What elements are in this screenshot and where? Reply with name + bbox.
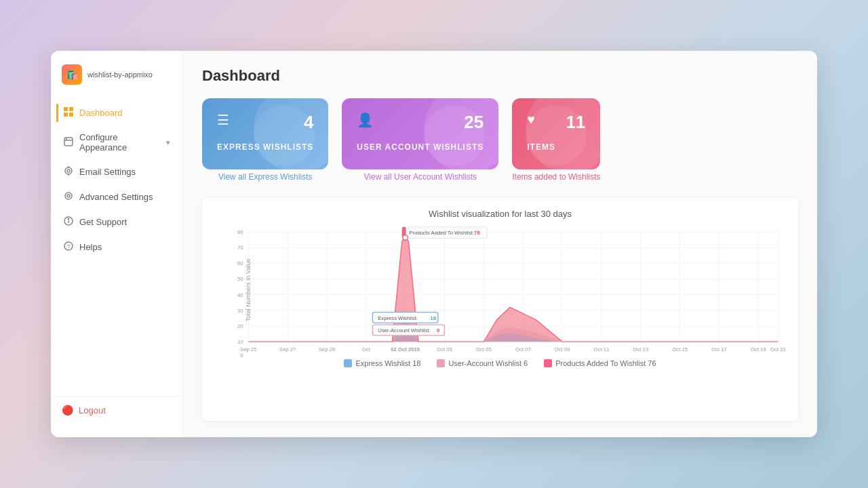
svg-rect-1 xyxy=(69,107,73,111)
svg-text:30: 30 xyxy=(237,308,243,314)
logout-label: Logout xyxy=(79,405,106,415)
chart-legend: Express Wishlist 18 User-Account Wishlis… xyxy=(216,359,785,367)
card-link-express[interactable]: View all Express Wishlists xyxy=(202,172,328,182)
help-icon: ? xyxy=(63,241,74,253)
svg-text:02 Oct 2019: 02 Oct 2019 xyxy=(391,346,420,352)
svg-text:6: 6 xyxy=(437,327,440,333)
sidebar-footer: 🔴 Logout xyxy=(51,396,182,424)
support-icon xyxy=(63,216,74,228)
legend-express: Express Wishlist 18 xyxy=(344,359,420,367)
stat-card-items[interactable]: ♥ 11 ITEMS Items added to Wishlists xyxy=(512,98,600,182)
legend-products: Products Added To Wishlist 76 xyxy=(544,359,656,367)
app-name: wishlist-by-appmixo xyxy=(87,70,153,79)
svg-text:10: 10 xyxy=(237,339,243,345)
sidebar-item-advanced-label: Advanced Settings xyxy=(79,192,153,202)
svg-text:Oct 07: Oct 07 xyxy=(515,346,531,352)
sidebar-item-email-settings[interactable]: Email Settings xyxy=(56,160,177,184)
svg-text:40: 40 xyxy=(237,292,243,298)
svg-rect-0 xyxy=(64,107,68,111)
svg-text:Oct: Oct xyxy=(362,346,371,352)
card-link-user[interactable]: View all User Account Wishlists xyxy=(342,172,498,182)
card-label-items: ITEMS xyxy=(527,142,585,152)
app-logo-icon: 🛍️ xyxy=(62,64,82,85)
svg-text:Sep 25: Sep 25 xyxy=(240,346,256,352)
sidebar-item-configure-appearance[interactable]: Configure Appearance ▾ xyxy=(56,126,177,159)
svg-point-8 xyxy=(67,169,70,172)
svg-text:Oct 11: Oct 11 xyxy=(594,346,610,352)
legend-label-products: Products Added To Wishlist 76 xyxy=(555,359,656,367)
email-settings-icon xyxy=(63,166,74,178)
stat-card-blue: ☰ 4 EXPRESS WISHLISTS xyxy=(202,98,328,169)
sidebar-item-helps-label: Helps xyxy=(79,242,102,252)
svg-point-75 xyxy=(403,235,408,240)
card-icon-items: ♥ xyxy=(527,112,535,127)
sidebar-item-get-support[interactable]: Get Support xyxy=(56,210,177,234)
legend-label-express: Express Wishlist 18 xyxy=(355,359,420,367)
svg-text:Sep 29: Sep 29 xyxy=(319,346,335,352)
stat-card-express[interactable]: ☰ 4 EXPRESS WISHLISTS View all Express W… xyxy=(202,98,328,182)
svg-text:70: 70 xyxy=(237,245,243,251)
chart-title: Wishlist visualization for last 30 days xyxy=(216,209,785,219)
svg-text:Express Wishlist:: Express Wishlist: xyxy=(378,315,418,321)
sidebar: 🛍️ wishlist-by-appmixo Dashboard Configu… xyxy=(51,51,183,437)
legend-dot-user xyxy=(437,359,445,367)
sidebar-item-support-label: Get Support xyxy=(79,217,127,227)
svg-text:Products Added To Wishlist:: Products Added To Wishlist: xyxy=(409,230,473,236)
sidebar-item-configure-label: Configure Appearance xyxy=(79,132,161,152)
svg-text:?: ? xyxy=(67,243,71,250)
configure-icon xyxy=(63,137,74,148)
dashboard-icon xyxy=(63,107,74,119)
card-count-items: 11 xyxy=(566,112,585,133)
svg-text:Oct 17: Oct 17 xyxy=(711,346,727,352)
legend-dot-express xyxy=(344,359,352,367)
svg-rect-3 xyxy=(69,113,73,117)
svg-text:Oct 13: Oct 13 xyxy=(633,346,648,352)
legend-user-account: User-Account Wishlist 6 xyxy=(437,359,528,367)
logout-icon: 🔴 xyxy=(62,405,73,415)
svg-text:80: 80 xyxy=(237,229,243,235)
stat-cards-container: ☰ 4 EXPRESS WISHLISTS View all Express W… xyxy=(202,98,798,182)
sidebar-item-advanced-settings[interactable]: Advanced Settings xyxy=(56,185,177,209)
sidebar-item-dashboard-label: Dashboard xyxy=(79,108,123,118)
sidebar-logo: 🛍️ wishlist-by-appmixo xyxy=(51,64,182,101)
svg-point-15 xyxy=(68,218,68,219)
svg-text:50: 50 xyxy=(237,277,243,283)
svg-text:Oct 19: Oct 19 xyxy=(751,346,766,352)
card-link-items[interactable]: Items added to Wishlists xyxy=(512,172,600,182)
card-icon-express: ☰ xyxy=(217,112,229,128)
sidebar-item-email-label: Email Settings xyxy=(79,167,136,177)
stat-card-pink: ♥ 11 ITEMS xyxy=(512,98,600,169)
svg-text:Oct 21: Oct 21 xyxy=(770,346,786,352)
page-title: Dashboard xyxy=(202,67,798,85)
card-count-express: 4 xyxy=(304,112,313,133)
svg-text:18: 18 xyxy=(430,315,437,321)
svg-text:Sep 27: Sep 27 xyxy=(279,346,296,352)
stat-card-user-account[interactable]: 👤 25 USER ACCOUNT WISHLISTS View all Use… xyxy=(342,98,498,182)
chart-svg: .grid-line { stroke: #e8e8e8; stroke-wid… xyxy=(216,226,785,351)
chart-area: .grid-line { stroke: #e8e8e8; stroke-wid… xyxy=(216,226,785,354)
sidebar-item-helps[interactable]: ? Helps xyxy=(56,235,177,259)
main-content: Dashboard ☰ 4 EXPRESS WISHLISTS View all… xyxy=(183,51,817,437)
logout-button[interactable]: 🔴 Logout xyxy=(62,405,172,415)
svg-point-11 xyxy=(65,192,72,199)
svg-point-7 xyxy=(65,167,72,174)
sidebar-item-dashboard[interactable]: Dashboard xyxy=(56,101,177,125)
chevron-down-icon: ▾ xyxy=(166,138,170,147)
legend-dot-products xyxy=(544,359,552,367)
svg-text:Oct 15: Oct 15 xyxy=(672,346,688,352)
y-axis-label: Total Numbers In Value xyxy=(245,258,252,321)
sidebar-navigation: Dashboard Configure Appearance ▾ Email S… xyxy=(51,101,182,396)
chart-section: Wishlist visualization for last 30 days … xyxy=(202,198,798,421)
svg-text:76: 76 xyxy=(474,230,481,236)
svg-text:60: 60 xyxy=(237,260,243,266)
svg-text:Oct 09: Oct 09 xyxy=(555,346,570,352)
svg-rect-4 xyxy=(64,138,73,146)
card-icon-user: 👤 xyxy=(357,112,374,128)
user-account-area xyxy=(248,327,778,342)
legend-label-user: User-Account Wishlist 6 xyxy=(448,359,528,367)
card-label-express: EXPRESS WISHLISTS xyxy=(217,142,313,152)
svg-text:User-Account Wishlist:: User-Account Wishlist: xyxy=(378,327,430,333)
svg-text:0: 0 xyxy=(240,352,243,359)
svg-text:20: 20 xyxy=(237,323,243,329)
svg-text:Oct 03: Oct 03 xyxy=(437,346,452,352)
